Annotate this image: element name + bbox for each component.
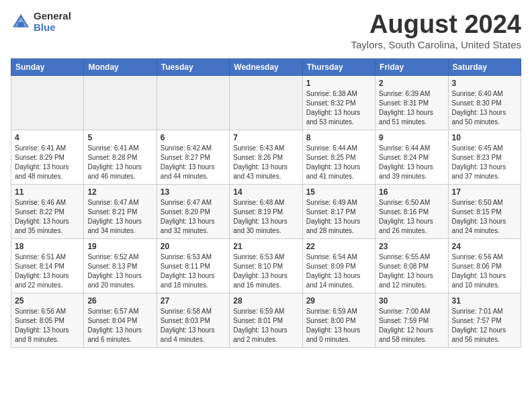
- day-info: Sunrise: 6:59 AM Sunset: 8:01 PM Dayligh…: [233, 307, 298, 345]
- day-info: Sunrise: 6:47 AM Sunset: 8:20 PM Dayligh…: [161, 198, 226, 236]
- day-info: Sunrise: 6:39 AM Sunset: 8:31 PM Dayligh…: [379, 89, 444, 127]
- calendar-cell: 9Sunrise: 6:44 AM Sunset: 8:24 PM Daylig…: [375, 130, 448, 184]
- day-number: 1: [306, 79, 371, 88]
- calendar-cell: 25Sunrise: 6:56 AM Sunset: 8:05 PM Dayli…: [11, 293, 84, 347]
- calendar-cell: [84, 75, 157, 130]
- logo-general-text: General: [34, 11, 71, 22]
- svg-rect-2: [18, 22, 24, 28]
- day-number: 15: [306, 187, 371, 197]
- day-number: 17: [452, 187, 517, 197]
- day-header-saturday: Saturday: [448, 58, 521, 75]
- day-info: Sunrise: 6:47 AM Sunset: 8:21 PM Dayligh…: [87, 198, 152, 236]
- day-number: 8: [306, 133, 371, 142]
- calendar-cell: [230, 75, 302, 130]
- calendar-cell: 4Sunrise: 6:41 AM Sunset: 8:29 PM Daylig…: [11, 130, 84, 184]
- day-info: Sunrise: 6:56 AM Sunset: 8:06 PM Dayligh…: [452, 253, 517, 290]
- logo-icon: [11, 12, 31, 32]
- calendar-cell: 2Sunrise: 6:39 AM Sunset: 8:31 PM Daylig…: [375, 75, 448, 130]
- day-info: Sunrise: 6:41 AM Sunset: 8:29 PM Dayligh…: [15, 144, 80, 181]
- calendar-cell: 18Sunrise: 6:51 AM Sunset: 8:14 PM Dayli…: [11, 238, 84, 293]
- month-title: August 2024: [351, 11, 521, 39]
- calendar-cell: 26Sunrise: 6:57 AM Sunset: 8:04 PM Dayli…: [84, 293, 157, 347]
- day-number: 20: [161, 242, 226, 251]
- day-header-tuesday: Tuesday: [157, 58, 229, 75]
- day-info: Sunrise: 6:44 AM Sunset: 8:24 PM Dayligh…: [379, 144, 444, 181]
- logo-blue-text: Blue: [34, 22, 71, 34]
- calendar-cell: 8Sunrise: 6:44 AM Sunset: 8:25 PM Daylig…: [302, 130, 375, 184]
- calendar-cell: 30Sunrise: 7:00 AM Sunset: 7:59 PM Dayli…: [375, 293, 448, 347]
- title-block: August 2024 Taylors, South Carolina, Uni…: [351, 11, 521, 50]
- day-number: 5: [87, 133, 152, 142]
- calendar-cell: 17Sunrise: 6:50 AM Sunset: 8:15 PM Dayli…: [448, 184, 521, 238]
- calendar-week-row: 1Sunrise: 6:38 AM Sunset: 8:32 PM Daylig…: [11, 75, 521, 130]
- calendar-cell: [157, 75, 229, 130]
- calendar-cell: 12Sunrise: 6:47 AM Sunset: 8:21 PM Dayli…: [84, 184, 157, 238]
- day-number: 30: [379, 296, 444, 306]
- calendar-cell: 3Sunrise: 6:40 AM Sunset: 8:30 PM Daylig…: [448, 75, 521, 130]
- day-number: 2: [379, 79, 444, 88]
- calendar-cell: 6Sunrise: 6:42 AM Sunset: 8:27 PM Daylig…: [157, 130, 229, 184]
- day-info: Sunrise: 6:54 AM Sunset: 8:09 PM Dayligh…: [306, 253, 371, 290]
- calendar-cell: 27Sunrise: 6:58 AM Sunset: 8:03 PM Dayli…: [157, 293, 229, 347]
- day-number: 24: [452, 242, 517, 251]
- day-info: Sunrise: 6:58 AM Sunset: 8:03 PM Dayligh…: [161, 307, 226, 345]
- calendar-cell: 24Sunrise: 6:56 AM Sunset: 8:06 PM Dayli…: [448, 238, 521, 293]
- day-info: Sunrise: 6:57 AM Sunset: 8:04 PM Dayligh…: [87, 307, 152, 345]
- logo: General Blue: [11, 11, 71, 33]
- day-info: Sunrise: 6:48 AM Sunset: 8:19 PM Dayligh…: [233, 198, 298, 236]
- calendar-week-row: 4Sunrise: 6:41 AM Sunset: 8:29 PM Daylig…: [11, 130, 521, 184]
- day-number: 16: [379, 187, 444, 197]
- day-info: Sunrise: 6:42 AM Sunset: 8:27 PM Dayligh…: [161, 144, 226, 181]
- day-number: 25: [15, 296, 80, 306]
- calendar-cell: 23Sunrise: 6:55 AM Sunset: 8:08 PM Dayli…: [375, 238, 448, 293]
- day-number: 29: [306, 296, 371, 306]
- day-number: 23: [379, 242, 444, 251]
- day-info: Sunrise: 6:56 AM Sunset: 8:05 PM Dayligh…: [15, 307, 80, 345]
- day-number: 18: [15, 242, 80, 251]
- calendar-cell: 28Sunrise: 6:59 AM Sunset: 8:01 PM Dayli…: [230, 293, 302, 347]
- day-number: 14: [233, 187, 298, 197]
- day-number: 11: [15, 187, 80, 197]
- calendar-cell: 22Sunrise: 6:54 AM Sunset: 8:09 PM Dayli…: [302, 238, 375, 293]
- calendar-cell: 21Sunrise: 6:53 AM Sunset: 8:10 PM Dayli…: [230, 238, 302, 293]
- day-info: Sunrise: 6:59 AM Sunset: 8:00 PM Dayligh…: [306, 307, 371, 345]
- calendar-cell: 15Sunrise: 6:49 AM Sunset: 8:17 PM Dayli…: [302, 184, 375, 238]
- day-number: 19: [87, 242, 152, 251]
- day-info: Sunrise: 6:44 AM Sunset: 8:25 PM Dayligh…: [306, 144, 371, 181]
- day-info: Sunrise: 6:46 AM Sunset: 8:22 PM Dayligh…: [15, 198, 80, 236]
- day-number: 22: [306, 242, 371, 251]
- day-header-monday: Monday: [84, 58, 157, 75]
- calendar-table: SundayMondayTuesdayWednesdayThursdayFrid…: [11, 58, 521, 348]
- day-info: Sunrise: 6:55 AM Sunset: 8:08 PM Dayligh…: [379, 253, 444, 290]
- day-info: Sunrise: 6:53 AM Sunset: 8:11 PM Dayligh…: [161, 253, 226, 290]
- day-info: Sunrise: 6:38 AM Sunset: 8:32 PM Dayligh…: [306, 89, 371, 127]
- day-header-thursday: Thursday: [302, 58, 375, 75]
- day-info: Sunrise: 6:51 AM Sunset: 8:14 PM Dayligh…: [15, 253, 80, 290]
- day-header-friday: Friday: [375, 58, 448, 75]
- calendar-cell: 1Sunrise: 6:38 AM Sunset: 8:32 PM Daylig…: [302, 75, 375, 130]
- calendar-cell: 29Sunrise: 6:59 AM Sunset: 8:00 PM Dayli…: [302, 293, 375, 347]
- calendar-week-row: 18Sunrise: 6:51 AM Sunset: 8:14 PM Dayli…: [11, 238, 521, 293]
- calendar-header-row: SundayMondayTuesdayWednesdayThursdayFrid…: [11, 58, 521, 75]
- day-number: 4: [15, 133, 80, 142]
- calendar-cell: 5Sunrise: 6:41 AM Sunset: 8:28 PM Daylig…: [84, 130, 157, 184]
- day-info: Sunrise: 6:40 AM Sunset: 8:30 PM Dayligh…: [452, 89, 517, 127]
- day-number: 31: [452, 296, 517, 306]
- calendar-cell: 31Sunrise: 7:01 AM Sunset: 7:57 PM Dayli…: [448, 293, 521, 347]
- day-info: Sunrise: 6:52 AM Sunset: 8:13 PM Dayligh…: [87, 253, 152, 290]
- calendar-week-row: 11Sunrise: 6:46 AM Sunset: 8:22 PM Dayli…: [11, 184, 521, 238]
- day-number: 10: [452, 133, 517, 142]
- day-number: 3: [452, 79, 517, 88]
- calendar-cell: 14Sunrise: 6:48 AM Sunset: 8:19 PM Dayli…: [230, 184, 302, 238]
- day-number: 28: [233, 296, 298, 306]
- calendar-cell: 13Sunrise: 6:47 AM Sunset: 8:20 PM Dayli…: [157, 184, 229, 238]
- calendar-cell: 7Sunrise: 6:43 AM Sunset: 8:26 PM Daylig…: [230, 130, 302, 184]
- calendar-cell: 10Sunrise: 6:45 AM Sunset: 8:23 PM Dayli…: [448, 130, 521, 184]
- day-info: Sunrise: 6:53 AM Sunset: 8:10 PM Dayligh…: [233, 253, 298, 290]
- day-info: Sunrise: 6:49 AM Sunset: 8:17 PM Dayligh…: [306, 198, 371, 236]
- calendar-cell: 20Sunrise: 6:53 AM Sunset: 8:11 PM Dayli…: [157, 238, 229, 293]
- day-info: Sunrise: 7:01 AM Sunset: 7:57 PM Dayligh…: [452, 307, 517, 345]
- calendar-week-row: 25Sunrise: 6:56 AM Sunset: 8:05 PM Dayli…: [11, 293, 521, 347]
- calendar-cell: 19Sunrise: 6:52 AM Sunset: 8:13 PM Dayli…: [84, 238, 157, 293]
- day-number: 13: [161, 187, 226, 197]
